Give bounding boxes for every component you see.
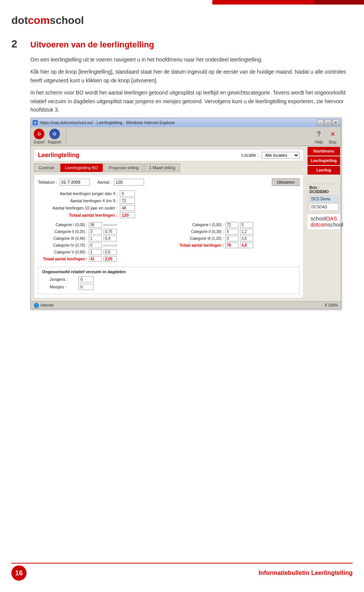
aantal-input[interactable] [114,179,144,186]
cat-left-2-label: Categorie III (0,40) : [38,236,87,241]
brin-item-0[interactable]: DCS Demo [309,195,338,203]
help-label: Help [315,140,323,144]
schooloas-branding: schoolOAS dotcomschool [308,214,340,229]
cat-left-1-val1: 3 [89,229,102,235]
cat-left-3-val1: 0 [89,242,102,248]
total-count-label: Totaal aantal leerlingen : [42,213,118,217]
cat-total-right-label: Totaal aantal leerlingen : [174,243,224,247]
export-label: Export [34,140,45,144]
footer-title: Informatiebulletin Leerlingtelling [259,570,353,576]
cat-left-4-val2: 0,9 [104,249,117,255]
export-icon: O [34,129,44,139]
cat-left-0: Categorie I (0,00) : 36 [38,222,163,228]
cat-left-3: Categorie IV (0,70) : 0 [38,242,163,248]
locatie-select[interactable]: Alle locaties [262,152,300,159]
cat-right-1-label: Categorie II (0,30) : [174,230,224,234]
cat-left-2-val1: 1 [89,236,102,241]
cat-left-2-val2: 0,4 [104,236,117,241]
tab-prognose[interactable]: Prognose telling [104,164,143,172]
logo-school: school [50,14,84,26]
sidebar-btn-hoofdmenu[interactable]: Hoofdmenu [308,147,340,156]
close-button[interactable]: ✕ [332,120,339,126]
minimize-button[interactable]: – [317,120,324,126]
main-area: Leerlingtelling Locatie : Alle locaties … [31,146,307,301]
rapport-label: Rapport [48,140,61,144]
tabs-row: Controle Leerlingtelling BO Prognose tel… [34,164,304,172]
cat-total-left-val1: 41 [89,256,102,262]
teldatum-input[interactable] [60,179,90,186]
cat-total-right-val1: 79 [225,242,238,248]
branding-dotcom: dotcom [311,222,328,228]
ong-jongens-row: Jongens : 0 [42,276,295,282]
cat-total-right: Totaal aantal leerlingen : 79 4,8 [174,242,300,248]
ong-meisjes-label: Meisjes : [50,285,76,289]
right-sidebar: Hoofdmenu Leerlingtelling Leerling Brin … [307,146,341,301]
category-column-left: Categorie I (0,00) : 36 Categorie II (0,… [38,222,163,263]
ong-meisjes-row: Meisjes : 0 [42,284,295,290]
page-header: dotcomschool [0,0,364,27]
uitvoeren-button[interactable]: Uitvoeren [272,178,300,186]
status-bar: 🌐 Internet € 100% [31,301,341,309]
page-number: 16 [11,565,27,581]
total-count-row: Totaal aantal leerlingen : 120 [38,212,300,218]
branding-line1: schoolOAS [311,216,337,222]
cat-left-3-label: Categorie IV (0,70) : [38,243,87,247]
export-button[interactable]: O Export [34,129,45,144]
ong-title: Ongeoorloofd relatief verzuim in dagdele… [42,269,295,274]
brin-item-1[interactable]: DCSOAS [309,203,338,211]
tab-leerlingtelling-bo[interactable]: Leerlingtelling BO [60,164,103,172]
brin-label: Brin : DCSDEMO [309,186,338,194]
bar-darkred [314,0,364,5]
cat-right-2-val2: 3,6 [240,236,253,241]
paragraph-3: In het scherm voor BO wordt het aantal l… [30,88,353,114]
tab-controle[interactable]: Controle [34,164,60,172]
rapport-icon: O [49,129,60,139]
teldatum-label: Teldatum : [38,180,57,184]
logo-com: com [28,14,50,26]
cat-total-left: Totaal aantal leerlingen : 41 2,05 [38,256,163,262]
cat-right-2-label: Categorie III (1,20) : [174,236,224,241]
count-label-jonger: Aantal leerlingen jonger dan 4 : [42,191,118,196]
toolbar-separator [66,130,66,143]
branding-school: school [311,216,326,222]
form-content: Teldatum : Aantal : Uitvoeren Aantal lee… [34,174,304,298]
rapport-button[interactable]: O Rapport [48,129,61,144]
bar-red [212,0,314,5]
chapter-number: 2 [11,38,23,50]
cat-left-4-label: Categorie V (0,90) : [38,250,87,254]
maximize-button[interactable]: □ [325,120,331,126]
count-value-jonger: 0 [120,191,135,197]
logo-dot: dot [11,14,28,26]
title-bar: e https://oas.dotcomschool.eu/ - Leerlin… [31,118,341,127]
branding-oas: OAS [326,216,337,222]
cat-total-left-val2: 2,05 [104,256,117,262]
title-bar-left: e https://oas.dotcomschool.eu/ - Leerlin… [33,120,175,125]
count-label-4tm9: Aantal leerlingen 4 t/m 9 : [42,198,118,203]
cat-left-1: Categorie II (0,25) : 3 0,75 [38,229,163,235]
count-label-ouder: Aantal leerlingen 10 jaar en ouder : [42,206,118,210]
cat-left-4-val1: 1 [89,249,102,255]
cat-left-1-val2: 0,75 [104,229,117,235]
browser-title: https://oas.dotcomschool.eu/ - Leerlingt… [40,120,175,125]
stop-button[interactable]: ✕ Stop [327,129,338,144]
ong-section: Ongeoorloofd relatief verzuim in dagdele… [38,267,300,294]
chapter-section: 2 Uitvoeren van de leerlingtelling Om ee… [0,27,364,324]
chapter-title: Uitvoeren van de leerlingtelling [30,40,154,50]
browser-icon: e [33,120,38,125]
help-button[interactable]: ? Help [314,129,324,144]
header-bar [212,0,364,5]
cat-left-4: Categorie V (0,90) : 1 0,9 [38,249,163,255]
tab-maart[interactable]: 1 Maart telling [144,164,180,172]
app-content: Leerlingtelling Locatie : Alle locaties … [31,146,341,301]
sidebar-btn-leerlingtelling[interactable]: Leerlingtelling [308,156,340,165]
chapter-header: 2 Uitvoeren van de leerlingtelling [11,38,353,50]
sidebar-btn-leerling[interactable]: Leerling [308,166,340,175]
page-header-inner: Leerlingtelling Locatie : Alle locaties [34,149,304,161]
teldatum-group: Teldatum : [38,179,90,186]
cat-right-0-val2: 0 [240,222,253,228]
brin-box: Brin : DCSDEMO DCS Demo DCSOAS [308,184,340,213]
internet-label: Internet [41,303,53,307]
help-icon: ? [314,129,324,139]
footer-divider [11,563,353,564]
title-bar-controls[interactable]: – □ ✕ [317,120,339,126]
